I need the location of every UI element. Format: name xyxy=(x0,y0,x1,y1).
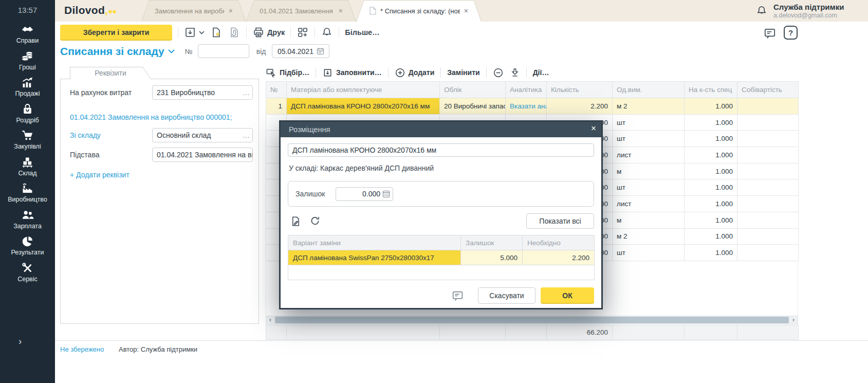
close-icon[interactable]: × xyxy=(229,7,233,15)
sidebar-item-service[interactable]: Сервіс xyxy=(0,261,55,288)
move-down-button[interactable] xyxy=(510,67,520,78)
pick-button[interactable]: Підбір… xyxy=(266,67,309,78)
calculator-icon[interactable] xyxy=(382,190,390,198)
cell-spec-qty[interactable]: 1.000 xyxy=(685,163,737,179)
cell-cost[interactable] xyxy=(737,98,799,115)
save-state-link[interactable]: Не збережено xyxy=(60,345,104,353)
scrollbar-thumb[interactable] xyxy=(275,317,789,323)
cell-account[interactable]: 20 Виробничі запаси xyxy=(440,98,506,115)
cell-cost[interactable] xyxy=(737,179,799,196)
notifications-bell-icon[interactable] xyxy=(755,5,768,17)
rest-value-field[interactable]: 0.000 xyxy=(336,187,393,201)
cell-cost[interactable] xyxy=(737,147,799,163)
document-number-input[interactable] xyxy=(198,44,249,58)
cell-unit[interactable]: м xyxy=(613,212,685,228)
cell-unit[interactable]: м 2 xyxy=(613,228,685,245)
col-header-cost[interactable]: Собівартість xyxy=(737,82,799,98)
scroll-left-arrow[interactable]: ‹ xyxy=(266,316,274,324)
col-header-spec-qty[interactable]: На к-сть спец xyxy=(685,82,737,98)
col-header-rest[interactable]: Залишок xyxy=(461,235,523,250)
refresh-icon[interactable] xyxy=(309,215,321,227)
cell-unit[interactable]: м 2 xyxy=(613,98,685,115)
warehouse-label[interactable]: Зі складу xyxy=(70,131,101,139)
save-and-close-button[interactable]: Зберегти і закрити xyxy=(60,25,172,41)
sidebar-item-retail[interactable]: Роздріб xyxy=(0,102,55,129)
cell-unit[interactable]: лист xyxy=(613,147,685,163)
show-all-button[interactable]: Показати всі xyxy=(526,213,594,229)
sidebar-item-warehouse[interactable]: Склад xyxy=(0,155,55,182)
document-date-input[interactable]: 05.04.2021 xyxy=(272,44,329,58)
cell-rest[interactable]: 5.000 xyxy=(461,250,523,265)
cell-number[interactable]: 1 xyxy=(266,98,287,115)
print-button[interactable]: Друк xyxy=(252,26,285,39)
cell-spec-qty[interactable]: 1.000 xyxy=(685,179,737,196)
cell-spec-qty[interactable]: 1.000 xyxy=(685,98,737,115)
help-button[interactable]: ? xyxy=(784,26,798,40)
warehouse-field[interactable]: Основний склад … xyxy=(152,128,253,142)
cell-unit[interactable]: шт xyxy=(613,245,685,261)
cell-material[interactable]: ДСП ламінована КРОНО 2800x2070x16 мм xyxy=(287,98,440,115)
user-menu[interactable]: Служба підтримки a.delovod@gmail.com xyxy=(773,3,844,19)
actions-button[interactable]: Дії… xyxy=(533,68,549,77)
cell-spec-qty[interactable]: 1.000 xyxy=(685,147,737,163)
close-icon[interactable]: × xyxy=(591,123,596,134)
add-requisite-link[interactable]: + Додати реквізит xyxy=(70,171,130,179)
cell-unit[interactable]: шт xyxy=(613,179,685,196)
col-header-need[interactable]: Необхідно xyxy=(523,235,595,250)
cell-spec-qty[interactable]: 1.000 xyxy=(685,196,737,212)
col-header-account[interactable]: Облік xyxy=(440,82,506,98)
horizontal-scrollbar[interactable]: ‹ › xyxy=(266,316,798,324)
tab-production-order[interactable]: Замовлення на виробництво× xyxy=(141,0,246,22)
more-button[interactable]: Більше… xyxy=(345,28,379,37)
sidebar-item-money[interactable]: Гроші xyxy=(0,49,55,76)
cell-unit[interactable]: шт xyxy=(613,131,685,147)
sidebar-item-sales[interactable]: Продажі xyxy=(0,76,55,102)
close-icon[interactable]: × xyxy=(464,7,468,15)
sidebar-item-purchases[interactable]: Закупівлі xyxy=(0,129,55,155)
document-type-title[interactable]: Списання зі складу xyxy=(60,45,164,58)
cell-unit[interactable]: шт xyxy=(613,114,685,131)
col-header-qty[interactable]: Кількість xyxy=(547,82,613,98)
sidebar-collapse-button[interactable]: › xyxy=(19,336,22,347)
col-header-material[interactable]: Матеріал або комплектуюче xyxy=(287,82,440,98)
cell-qty[interactable]: 2.200 xyxy=(547,98,613,115)
app-logo[interactable]: Dilovod,●● xyxy=(64,4,116,16)
remove-row-button[interactable] xyxy=(493,67,504,78)
chevron-down-icon[interactable] xyxy=(168,49,175,53)
cell-analytics[interactable]: Вказати аналітику xyxy=(506,98,547,115)
cell-cost[interactable] xyxy=(737,163,799,179)
col-header-variant[interactable]: Варіант заміни xyxy=(288,235,461,250)
cell-need[interactable]: 2.200 xyxy=(523,250,595,265)
reminder-bell-button[interactable] xyxy=(321,26,333,39)
production-order-link[interactable]: 01.04.2021 Замовлення на виробництво 000… xyxy=(70,113,232,121)
fill-button[interactable]: Заповнити… xyxy=(322,67,382,78)
close-icon[interactable]: × xyxy=(339,7,343,15)
cell-spec-qty[interactable]: 1.000 xyxy=(685,228,737,245)
sidebar-item-results[interactable]: Результати xyxy=(0,234,55,261)
tab-production-order-dated[interactable]: 01.04.2021 Замовлення на виро× xyxy=(246,0,356,22)
cell-cost[interactable] xyxy=(737,131,799,147)
tab-writeoff-new[interactable]: * Списання зі складу: (новий) × xyxy=(356,0,482,22)
cell-cost[interactable] xyxy=(737,212,799,228)
cell-cost[interactable] xyxy=(737,245,799,261)
cell-variant[interactable]: ДСП ламінована SwissPan 2750x280030x17 xyxy=(288,250,461,265)
cell-cost[interactable] xyxy=(737,114,799,131)
col-header-analytics[interactable]: Аналітика xyxy=(506,82,547,98)
attach-file-button[interactable] xyxy=(228,26,241,39)
col-header-unit[interactable]: Од.вим. xyxy=(613,82,685,98)
open-document-icon[interactable] xyxy=(290,215,302,227)
cell-spec-qty[interactable]: 1.000 xyxy=(685,212,737,228)
lookup-ellipsis[interactable]: … xyxy=(243,86,250,99)
ok-button[interactable]: ОК xyxy=(541,287,594,304)
cancel-button[interactable]: Скасувати xyxy=(478,287,535,304)
material-name-input[interactable]: ДСП ламінована КРОНО 2800x2070x16 мм xyxy=(288,143,594,157)
sidebar-item-payroll[interactable]: Зарплата xyxy=(0,208,55,235)
tab-requisites[interactable]: Реквізити xyxy=(70,67,151,79)
cell-spec-qty[interactable]: 1.000 xyxy=(685,245,737,261)
replace-button[interactable]: Замінити xyxy=(447,68,479,77)
dialog-title-bar[interactable]: Розміщення xyxy=(281,122,601,137)
cell-unit[interactable]: лист xyxy=(613,196,685,212)
sidebar-item-production[interactable]: Виробництво xyxy=(0,181,55,208)
save-button[interactable] xyxy=(184,26,205,39)
scroll-right-arrow[interactable]: › xyxy=(789,316,798,324)
